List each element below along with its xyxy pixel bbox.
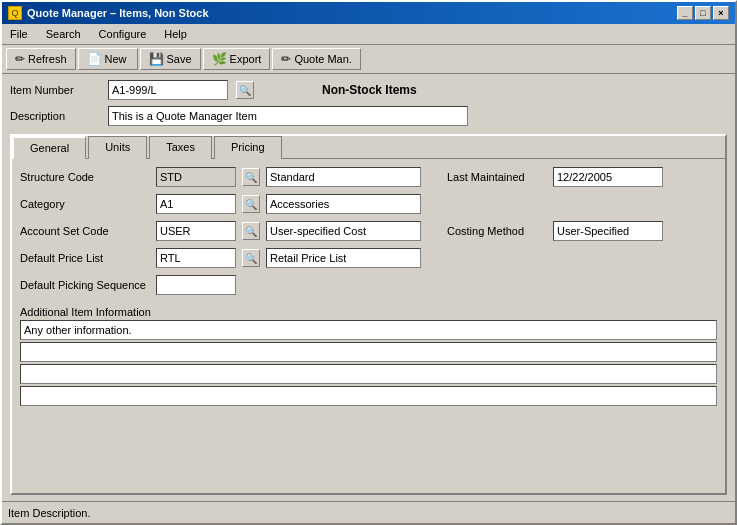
tab-pricing[interactable]: Pricing — [214, 136, 282, 159]
export-label: Export — [230, 53, 262, 65]
tab-content-general: Structure Code 🔍 Last Maintained Categor… — [12, 158, 725, 493]
structure-code-label: Structure Code — [20, 171, 150, 183]
additional-label: Additional Item Information — [20, 306, 717, 318]
close-button[interactable]: × — [713, 6, 729, 20]
window-title: Quote Manager – Items, Non Stock — [27, 7, 209, 19]
item-number-search-button[interactable]: 🔍 — [236, 81, 254, 99]
minimize-button[interactable]: _ — [677, 6, 693, 20]
tab-units[interactable]: Units — [88, 136, 147, 159]
quote-man-label: Quote Man. — [294, 53, 351, 65]
structure-code-desc — [266, 167, 421, 187]
status-text: Item Description. — [8, 507, 91, 519]
additional-line-2[interactable] — [20, 342, 717, 362]
additional-line-4[interactable] — [20, 386, 717, 406]
category-label: Category — [20, 198, 150, 210]
structure-code-row: Structure Code 🔍 Last Maintained — [20, 167, 717, 187]
price-list-input[interactable] — [156, 248, 236, 268]
tab-general[interactable]: General — [12, 136, 86, 159]
description-label: Description — [10, 110, 100, 122]
structure-code-input[interactable] — [156, 167, 236, 187]
save-button[interactable]: 💾 Save — [140, 48, 201, 70]
picking-sequence-label: Default Picking Sequence — [20, 279, 150, 291]
title-controls: _ □ × — [677, 6, 729, 20]
category-search[interactable]: 🔍 — [242, 195, 260, 213]
menu-help[interactable]: Help — [160, 26, 191, 42]
title-bar: Q Quote Manager – Items, Non Stock _ □ × — [2, 2, 735, 24]
tab-container: General Units Taxes Pricing Structure Co… — [10, 134, 727, 495]
category-desc — [266, 194, 421, 214]
menu-bar: File Search Configure Help — [2, 24, 735, 45]
last-maintained-input — [553, 167, 663, 187]
costing-method-input — [553, 221, 663, 241]
account-set-desc — [266, 221, 421, 241]
description-row: Description — [10, 106, 727, 126]
item-number-row: Item Number 🔍 Non-Stock Items — [10, 80, 727, 100]
maximize-button[interactable]: □ — [695, 6, 711, 20]
price-list-row: Default Price List 🔍 — [20, 248, 717, 268]
costing-method-section: Costing Method — [447, 221, 663, 241]
last-maintained-label: Last Maintained — [447, 171, 547, 183]
category-row: Category 🔍 — [20, 194, 717, 214]
refresh-button[interactable]: ✏ Refresh — [6, 48, 76, 70]
content-area: Item Number 🔍 Non-Stock Items Descriptio… — [2, 74, 735, 501]
price-list-label: Default Price List — [20, 252, 150, 264]
picking-sequence-input[interactable] — [156, 275, 236, 295]
costing-method-label: Costing Method — [447, 225, 547, 237]
category-input[interactable] — [156, 194, 236, 214]
item-number-input[interactable] — [108, 80, 228, 100]
non-stock-label: Non-Stock Items — [322, 83, 417, 97]
last-maintained-section: Last Maintained — [447, 167, 663, 187]
new-label: New — [105, 53, 127, 65]
quote-man-button[interactable]: ✏ Quote Man. — [272, 48, 360, 70]
export-button[interactable]: 🌿 Export — [203, 48, 271, 70]
menu-search[interactable]: Search — [42, 26, 85, 42]
status-bar: Item Description. — [2, 501, 735, 523]
quote-man-icon: ✏ — [281, 52, 291, 66]
account-set-input[interactable] — [156, 221, 236, 241]
price-list-search[interactable]: 🔍 — [242, 249, 260, 267]
menu-configure[interactable]: Configure — [95, 26, 151, 42]
structure-code-search[interactable]: 🔍 — [242, 168, 260, 186]
account-set-search[interactable]: 🔍 — [242, 222, 260, 240]
tab-taxes[interactable]: Taxes — [149, 136, 212, 159]
export-icon: 🌿 — [212, 52, 227, 66]
item-number-label: Item Number — [10, 84, 100, 96]
refresh-label: Refresh — [28, 53, 67, 65]
price-list-desc — [266, 248, 421, 268]
new-icon: 📄 — [87, 52, 102, 66]
refresh-icon: ✏ — [15, 52, 25, 66]
account-set-label: Account Set Code — [20, 225, 150, 237]
description-input[interactable] — [108, 106, 468, 126]
save-icon: 💾 — [149, 52, 164, 66]
menu-file[interactable]: File — [6, 26, 32, 42]
main-window: Q Quote Manager – Items, Non Stock _ □ ×… — [0, 0, 737, 525]
tab-bar: General Units Taxes Pricing — [12, 135, 725, 158]
save-label: Save — [167, 53, 192, 65]
title-bar-left: Q Quote Manager – Items, Non Stock — [8, 6, 209, 20]
additional-line-3[interactable] — [20, 364, 717, 384]
app-icon: Q — [8, 6, 22, 20]
additional-section: Additional Item Information — [20, 306, 717, 408]
additional-line-1[interactable] — [20, 320, 717, 340]
picking-sequence-row: Default Picking Sequence — [20, 275, 717, 295]
account-set-row: Account Set Code 🔍 Costing Method — [20, 221, 717, 241]
new-button[interactable]: 📄 New — [78, 48, 138, 70]
toolbar: ✏ Refresh 📄 New 💾 Save 🌿 Export ✏ Quote … — [2, 45, 735, 74]
